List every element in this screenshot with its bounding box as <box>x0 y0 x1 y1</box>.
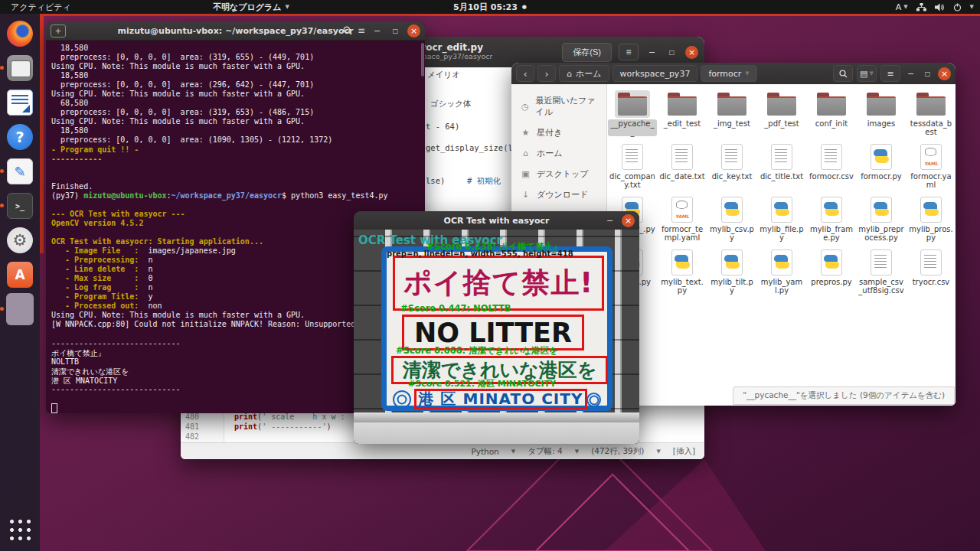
sidebar-item-icon: ⌂ <box>521 148 531 158</box>
view-toggle-button[interactable]: ▤ ▼ <box>857 65 877 82</box>
editor-minimize-button[interactable]: − <box>645 46 658 59</box>
ocr-close-button[interactable]: × <box>622 214 635 227</box>
dock-item-apps[interactable] <box>6 516 34 543</box>
chevron-down-icon: ▼ <box>656 448 660 455</box>
settings-icon: ⚙ <box>7 227 33 253</box>
editor-tab-width[interactable]: タブ幅: 4 <box>528 446 563 457</box>
file-item[interactable]: dic_title.txt <box>757 143 806 189</box>
file-item[interactable]: dic_key.txt <box>707 143 756 189</box>
file-item[interactable]: mylib_yaml.py <box>757 249 806 295</box>
save-button[interactable]: 保存(S) <box>562 43 612 62</box>
forward-button[interactable]: › <box>537 65 556 82</box>
chevron-down-icon: ▼ <box>903 4 907 10</box>
search-button[interactable] <box>833 65 853 82</box>
file-item-label: dic_date.txt <box>658 172 706 181</box>
dock-item-appwin[interactable] <box>6 295 34 323</box>
file-item[interactable]: formocr.csv <box>807 143 856 189</box>
dock-item-software[interactable]: A <box>6 261 34 289</box>
chevron-down-icon[interactable]: ▼ <box>970 4 974 10</box>
list-view-icon: ▤ <box>860 69 867 79</box>
file-item[interactable]: mylib_csv.py <box>707 196 756 242</box>
search-icon <box>839 70 848 78</box>
file-item[interactable]: YAMLformocr_templ.yaml <box>658 196 707 242</box>
dock-item-files[interactable] <box>6 54 34 82</box>
sign-board: ポイ捨て禁止! #Score 0.447: NOLTTB NO LITTER #… <box>381 246 612 411</box>
file-manager-maximize-button[interactable]: □ <box>921 67 934 80</box>
terminal-line: 18,580 <box>51 44 425 53</box>
sidebar-item[interactable]: ▣デスクトップ <box>511 164 606 184</box>
overlay-score-2: #Score 0.666: 清潔できれいな港区を <box>396 345 558 357</box>
file-item[interactable]: dic_company.txt <box>608 143 657 189</box>
files-icon <box>7 55 33 81</box>
sidebar-item-label: デスクトップ <box>537 168 589 180</box>
file-item[interactable]: mylib_frame.py <box>807 196 856 242</box>
file-item[interactable]: _pdf_test <box>757 90 806 136</box>
dock-item-terminal[interactable]: >_ <box>6 192 34 220</box>
file-item[interactable]: mylib_file.py <box>757 196 806 242</box>
file-item-label: tryocr.csv <box>911 278 952 286</box>
clock[interactable]: 5月10日 05:23 ● <box>453 2 527 13</box>
text-file-icon <box>622 144 643 170</box>
terminal-menu-button[interactable]: ≡ <box>358 25 365 36</box>
terminal-maximize-button[interactable]: □ <box>389 24 402 37</box>
terminal-minimize-button[interactable]: − <box>371 24 384 37</box>
dock-item-settings[interactable]: ⚙ <box>6 227 34 254</box>
sidebar-item[interactable]: ★星付き <box>511 122 606 143</box>
firefox-icon <box>7 21 33 47</box>
python-file-icon <box>871 197 892 223</box>
dock-item-notes[interactable]: ✎ <box>6 158 34 185</box>
editor-statusbar: Python ▼ タブ幅: 4 ▼ (472行, 39列) ▼ [挿入] <box>181 442 704 459</box>
dock-item-writer[interactable] <box>6 89 34 116</box>
file-item[interactable]: tryocr.csv <box>906 249 956 295</box>
ocr-minimize-button[interactable]: − <box>603 214 616 227</box>
dock-item-firefox[interactable] <box>6 20 34 47</box>
file-item[interactable]: sample_csv_utf8sig.csv <box>857 249 906 295</box>
file-item[interactable]: mylib_tilt.py <box>707 249 756 295</box>
editor-maximize-button[interactable]: □ <box>665 46 678 59</box>
terminal-icon: >_ <box>7 193 33 219</box>
sidebar-item[interactable]: ⌂ホーム <box>511 143 606 164</box>
editor-language-selector[interactable]: Python <box>471 447 498 456</box>
editor-close-button[interactable]: × <box>685 46 698 59</box>
breadcrumb-home[interactable]: ⌂ ホーム <box>559 65 609 82</box>
sidebar-item-label: 最近開いたファイル <box>535 95 603 118</box>
ocr-window-title: OCR Test with easyocr <box>444 216 550 226</box>
file-item[interactable]: formocr.py <box>857 143 906 189</box>
file-item[interactable]: conf_init <box>807 90 856 136</box>
dock-item-help[interactable]: ? <box>6 123 34 151</box>
software-icon: A <box>7 262 33 288</box>
file-manager-close-button[interactable]: × <box>938 67 951 80</box>
breadcrumb-formocr[interactable]: formocr ▼ <box>701 65 756 82</box>
line-number: 480 <box>181 412 211 422</box>
file-item[interactable]: YAMLformocr.yaml <box>906 143 956 189</box>
sidebar-item[interactable]: ◷最近開いたファイル <box>511 90 606 122</box>
new-tab-button[interactable]: + <box>51 24 66 37</box>
terminal-close-button[interactable]: × <box>407 24 420 37</box>
input-source-indicator[interactable]: A ▼ <box>896 2 908 12</box>
file-item[interactable]: mylib_preprocess.py <box>857 196 906 242</box>
terminal-line: Using CPU. Note: This module is much fas… <box>51 90 425 99</box>
file-item[interactable]: tessdata_best <box>906 90 956 136</box>
sidebar-item[interactable]: ↓ダウンロード <box>511 184 606 205</box>
file-item[interactable]: images <box>857 90 906 136</box>
file-item[interactable]: mylib_text.py <box>658 249 707 295</box>
text-file-icon <box>771 144 792 170</box>
file-item[interactable]: __pycache__ <box>608 90 657 136</box>
app-menu[interactable]: 不明なプログラム ▼ <box>213 2 289 13</box>
running-indicator <box>0 66 4 70</box>
editor-menu-button[interactable]: ≡ <box>619 44 639 60</box>
file-grid: __pycache___edit_test_img_test_pdf_testc… <box>607 84 956 406</box>
file-item[interactable]: dic_date.txt <box>658 143 707 189</box>
terminal-line: (py37) mizutu@ubuntu-vbox:~/workspace_py… <box>51 191 425 201</box>
file-item[interactable]: mylib_pros.py <box>906 196 956 242</box>
help-icon: ? <box>7 124 33 150</box>
file-item[interactable]: prepros.py <box>807 249 856 295</box>
file-item[interactable]: _edit_test <box>658 90 707 136</box>
breadcrumb-workspace[interactable]: workspace_py37 <box>612 65 698 82</box>
activities-button[interactable]: アクティビティ <box>11 2 71 13</box>
chevron-down-icon: ▼ <box>745 70 749 77</box>
file-manager-minimize-button[interactable]: − <box>904 67 917 80</box>
file-item[interactable]: _img_test <box>707 90 756 136</box>
file-manager-menu-button[interactable]: ≡ <box>880 65 900 82</box>
back-button[interactable]: ‹ <box>516 65 534 82</box>
